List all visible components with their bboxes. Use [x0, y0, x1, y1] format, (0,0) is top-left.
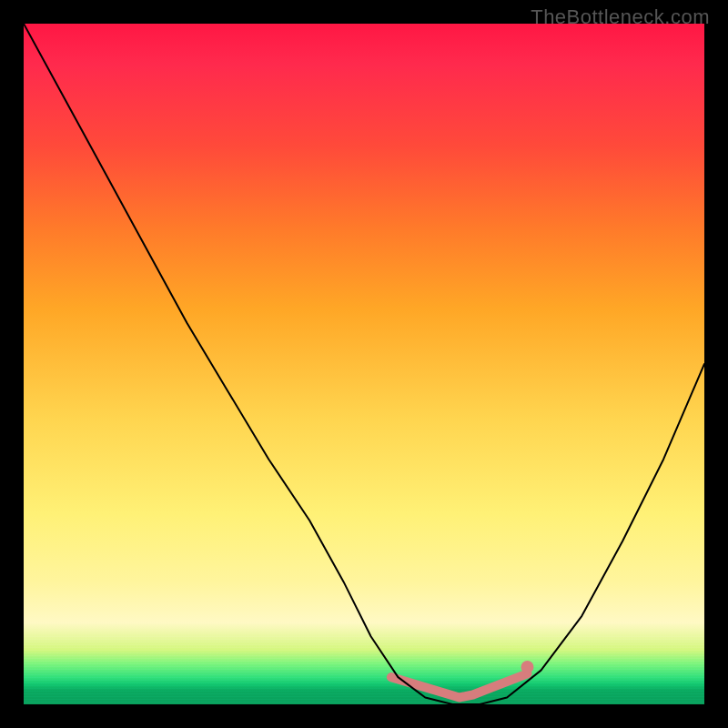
chart-container: TheBottleneck.com — [0, 0, 728, 728]
curve-layer — [24, 24, 704, 704]
bottleneck-curve — [24, 24, 704, 704]
optimum-highlight-segment — [391, 673, 528, 697]
optimum-endpoint-dot — [521, 661, 534, 673]
plot-area — [24, 24, 704, 704]
